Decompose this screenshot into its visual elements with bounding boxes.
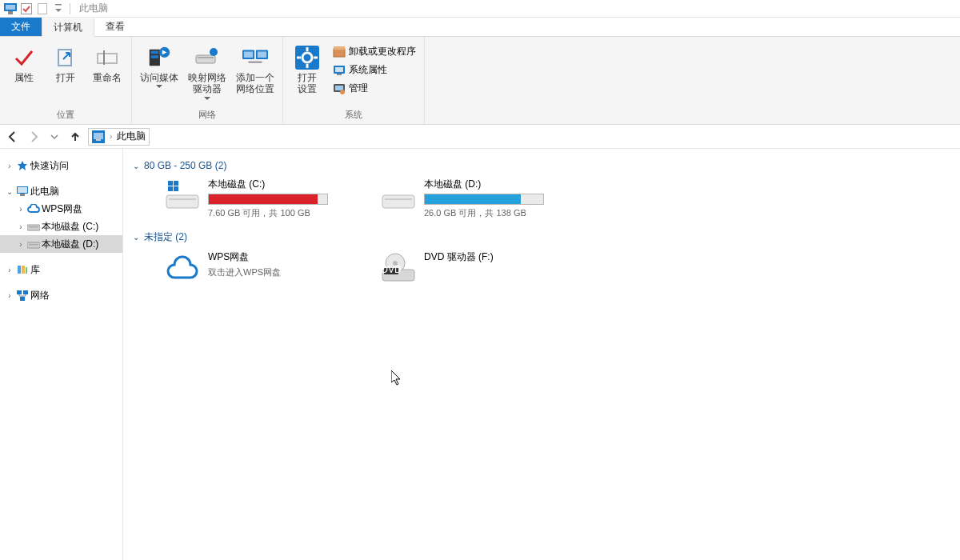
tab-file[interactable]: 文件 (0, 18, 42, 36)
ribbon-group-system: 打开 设置 卸载或更改程序 系统属性 管理 系统 (283, 37, 425, 124)
wps-cloud-item[interactable]: WPS网盘 双击进入WPS网盘 (165, 250, 365, 286)
open-button[interactable]: 打开 (46, 42, 85, 86)
qat-document-icon[interactable] (35, 2, 50, 16)
svg-text:DVD: DVD (381, 264, 402, 275)
add-network-location-button[interactable]: 添加一个 网络位置 (233, 42, 278, 98)
open-settings-button[interactable]: 打开 设置 (288, 42, 326, 98)
svg-rect-4 (38, 3, 47, 14)
tree-disk-d[interactable]: › 本地磁盘 (D:) (0, 235, 122, 253)
dvd-drive-icon: DVD (381, 250, 416, 286)
system-properties-button[interactable]: 系统属性 (330, 62, 419, 78)
tree-quick-access[interactable]: › 快速访问 (0, 157, 122, 174)
ribbon-group-location: 属性 打开 重命名 位置 (0, 37, 132, 124)
tab-view[interactable]: 查看 (94, 18, 136, 36)
usage-bar (208, 194, 328, 205)
svg-rect-51 (169, 198, 196, 200)
check-icon (11, 45, 37, 70)
item-name: DVD 驱动器 (F:) (424, 250, 581, 264)
svg-point-34 (340, 90, 345, 94)
tab-computer[interactable]: 计算机 (42, 18, 94, 37)
svg-rect-36 (96, 139, 101, 141)
svg-rect-30 (335, 67, 343, 72)
svg-rect-1 (6, 5, 15, 10)
chevron-right-icon[interactable]: › (5, 291, 14, 300)
svg-rect-46 (26, 267, 27, 274)
group-header-unspecified[interactable]: ⌄ 未指定 (2) (133, 230, 950, 244)
manage-button[interactable]: 管理 (330, 80, 419, 97)
tree-wps[interactable]: › WPS网盘 (0, 200, 122, 218)
svg-rect-47 (17, 290, 22, 294)
tree-libraries[interactable]: › 库 (0, 261, 122, 278)
chevron-right-icon[interactable]: › (110, 132, 112, 141)
svg-rect-39 (20, 194, 25, 196)
map-drive-button[interactable]: 映射网络 驱动器 (185, 42, 230, 103)
settings-gear-icon (294, 45, 320, 70)
window-title: 此电脑 (79, 2, 108, 15)
network-icon (16, 289, 29, 302)
tree-disk-c[interactable]: › 本地磁盘 (C:) (0, 218, 122, 235)
separator (70, 3, 70, 14)
qat-checkbox-icon[interactable] (19, 2, 34, 16)
cloud-icon (27, 202, 40, 215)
drive-windows-icon (165, 178, 200, 213)
nav-recent-dropdown[interactable] (46, 129, 62, 145)
breadcrumb-this-pc[interactable]: 此电脑 (117, 130, 146, 143)
chevron-right-icon[interactable]: › (16, 222, 26, 231)
drive-icon (381, 178, 416, 213)
svg-rect-44 (18, 266, 21, 274)
drive-name: 本地磁盘 (C:) (208, 178, 365, 191)
group-header-drives[interactable]: ⌄ 80 GB - 250 GB (2) (133, 160, 950, 171)
drive-icon (27, 220, 40, 233)
svg-rect-49 (20, 297, 25, 301)
tree-this-pc[interactable]: ⌄ 此电脑 (0, 182, 122, 200)
svg-point-15 (210, 48, 218, 56)
svg-rect-53 (174, 181, 178, 186)
drive-network-icon (194, 45, 220, 70)
nav-forward-button[interactable] (26, 129, 42, 145)
navigation-bar: › 此电脑 (0, 125, 960, 149)
rename-button[interactable]: 重命名 (88, 42, 126, 86)
dvd-drive-item[interactable]: DVD DVD 驱动器 (F:) (381, 250, 581, 286)
svg-rect-17 (244, 51, 253, 58)
computer-icon (92, 130, 105, 143)
nav-back-button[interactable] (5, 129, 21, 145)
monitors-icon (242, 45, 268, 70)
chevron-right-icon[interactable]: › (16, 240, 26, 249)
svg-rect-31 (337, 74, 342, 75)
item-name: WPS网盘 (208, 250, 365, 264)
svg-rect-3 (22, 3, 32, 14)
group-label-system: 系统 (288, 109, 419, 124)
chevron-down-icon (156, 85, 162, 88)
uninstall-programs-button[interactable]: 卸载或更改程序 (330, 43, 419, 60)
star-icon (16, 159, 29, 172)
svg-rect-57 (385, 198, 412, 200)
properties-button[interactable]: 属性 (5, 42, 43, 86)
drive-c[interactable]: 本地磁盘 (C:) 7.60 GB 可用，共 100 GB (165, 178, 365, 219)
drive-name: 本地磁盘 (D:) (424, 178, 581, 191)
tree-network[interactable]: › 网络 (0, 286, 122, 304)
svg-rect-38 (18, 187, 27, 193)
libraries-icon (16, 263, 29, 276)
nav-up-button[interactable] (67, 129, 83, 145)
svg-rect-7 (98, 54, 117, 63)
chevron-right-icon[interactable]: › (5, 266, 14, 274)
chevron-right-icon[interactable]: › (16, 205, 26, 214)
qat-dropdown-icon[interactable] (51, 2, 66, 16)
cloud-icon (165, 250, 200, 286)
svg-rect-55 (174, 186, 178, 191)
svg-rect-14 (198, 57, 214, 58)
access-media-button[interactable]: 访问媒体 (137, 42, 182, 91)
chevron-down-icon[interactable]: ⌄ (5, 187, 14, 196)
monitor-icon (333, 64, 346, 77)
svg-rect-54 (168, 186, 173, 191)
chevron-down-icon: ⌄ (133, 233, 139, 242)
address-bar[interactable]: › 此电脑 (88, 128, 150, 146)
group-label-network: 网络 (137, 109, 278, 124)
group-label-location: 位置 (5, 109, 126, 124)
svg-rect-56 (382, 195, 414, 208)
svg-rect-2 (8, 11, 13, 14)
svg-rect-45 (22, 266, 25, 274)
chevron-right-icon[interactable]: › (5, 162, 14, 170)
content-area[interactable]: ⌄ 80 GB - 250 GB (2) 本地磁盘 (C:) 7.60 GB 可… (123, 149, 960, 560)
drive-d[interactable]: 本地磁盘 (D:) 26.0 GB 可用，共 138 GB (381, 178, 581, 219)
